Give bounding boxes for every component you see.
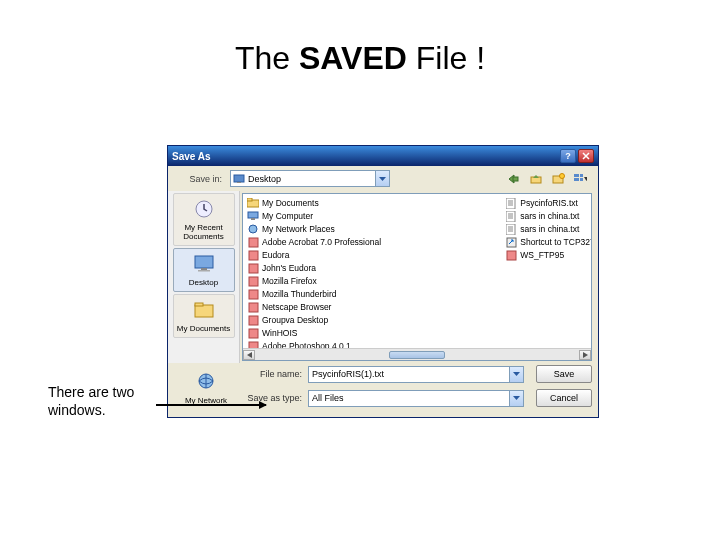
- file-item[interactable]: My Network Places: [247, 223, 495, 235]
- up-icon[interactable]: [528, 171, 544, 187]
- save-as-dialog: Save As ? Save in: Desktop My Recent Doc…: [167, 145, 599, 418]
- file-name: WinHOIS: [262, 327, 297, 339]
- file-item[interactable]: My Computer: [247, 210, 495, 222]
- chevron-down-icon[interactable]: [509, 391, 523, 406]
- back-icon[interactable]: [506, 171, 522, 187]
- file-type-icon: [247, 262, 259, 274]
- slide-title: The SAVED File !: [0, 40, 720, 77]
- desktop-icon: [233, 174, 245, 184]
- file-type-icon: [247, 210, 259, 222]
- place-recent[interactable]: My Recent Documents: [173, 193, 235, 246]
- svg-rect-11: [195, 256, 213, 268]
- file-name: PsycinfoRIS.txt: [520, 197, 578, 209]
- svg-rect-22: [249, 251, 258, 260]
- file-item[interactable]: WinHOIS: [247, 327, 495, 339]
- horizontal-scrollbar[interactable]: [243, 348, 591, 360]
- file-type-icon: [247, 327, 259, 339]
- file-list[interactable]: My DocumentsMy ComputerMy Network Places…: [242, 193, 592, 361]
- file-item[interactable]: Adobe Acrobat 7.0 Professional: [247, 236, 495, 248]
- file-name: Groupva Desktop: [262, 314, 328, 326]
- file-type-icon: [247, 314, 259, 326]
- file-type-icon: [247, 249, 259, 261]
- svg-rect-14: [195, 305, 213, 317]
- svg-rect-21: [249, 238, 258, 247]
- file-item[interactable]: sars in china.txt: [505, 223, 592, 235]
- filename-input[interactable]: PsycinfoRIS(1).txt: [308, 366, 524, 383]
- file-item[interactable]: Groupva Desktop: [247, 314, 495, 326]
- file-name: Netscape Browser: [262, 301, 331, 313]
- svg-point-20: [249, 225, 257, 233]
- save-button[interactable]: Save: [536, 365, 592, 383]
- file-name: My Computer: [262, 210, 313, 222]
- filename-label: File name:: [242, 369, 302, 379]
- file-type-icon: [505, 210, 517, 222]
- places-bar: My Recent Documents Desktop My Documents: [168, 191, 240, 363]
- recent-icon: [191, 198, 217, 220]
- place-mydocs[interactable]: My Documents: [173, 294, 235, 338]
- svg-rect-24: [249, 277, 258, 286]
- svg-rect-12: [201, 268, 207, 270]
- scroll-left-button[interactable]: [243, 350, 255, 360]
- file-name: John's Eudora: [262, 262, 316, 274]
- svg-rect-26: [249, 303, 258, 312]
- svg-rect-38: [507, 251, 516, 260]
- place-desktop[interactable]: Desktop: [173, 248, 235, 292]
- filetype-label: Save as type:: [242, 393, 302, 403]
- file-type-icon: [247, 275, 259, 287]
- svg-rect-18: [248, 212, 258, 218]
- file-item[interactable]: Mozilla Thunderbird: [247, 288, 495, 300]
- file-type-icon: [505, 223, 517, 235]
- file-name: Adobe Acrobat 7.0 Professional: [262, 236, 381, 248]
- svg-point-5: [560, 173, 565, 178]
- file-item[interactable]: Shortcut to TCP3270 B: [505, 236, 592, 248]
- filetype-select[interactable]: All Files: [308, 390, 524, 407]
- file-name: My Network Places: [262, 223, 335, 235]
- svg-rect-17: [247, 198, 252, 201]
- file-item[interactable]: Netscape Browser: [247, 301, 495, 313]
- filename-value: PsycinfoRIS(1).txt: [312, 369, 384, 379]
- file-type-icon: [247, 197, 259, 209]
- svg-rect-9: [580, 178, 583, 181]
- file-item[interactable]: PsycinfoRIS.txt: [505, 197, 592, 209]
- file-item[interactable]: sars in china.txt: [505, 210, 592, 222]
- file-item[interactable]: Eudora: [247, 249, 495, 261]
- file-type-icon: [247, 288, 259, 300]
- file-item[interactable]: Mozilla Firefox: [247, 275, 495, 287]
- place-network[interactable]: My Network: [175, 367, 237, 409]
- file-type-icon: [247, 223, 259, 235]
- svg-rect-8: [580, 174, 583, 177]
- file-name: My Documents: [262, 197, 319, 209]
- help-button[interactable]: ?: [560, 149, 576, 163]
- savein-value: Desktop: [248, 174, 281, 184]
- views-icon[interactable]: [572, 171, 588, 187]
- new-folder-icon[interactable]: [550, 171, 566, 187]
- file-name: WS_FTP95: [520, 249, 564, 261]
- file-item[interactable]: WS_FTP95: [505, 249, 592, 261]
- file-name: Eudora: [262, 249, 289, 261]
- chevron-down-icon[interactable]: [509, 367, 523, 382]
- scroll-thumb[interactable]: [389, 351, 445, 359]
- file-name: sars in china.txt: [520, 223, 579, 235]
- svg-rect-25: [249, 290, 258, 299]
- place-label: Desktop: [189, 278, 218, 287]
- file-item[interactable]: My Documents: [247, 197, 495, 209]
- close-button[interactable]: [578, 149, 594, 163]
- file-name: Mozilla Firefox: [262, 275, 317, 287]
- file-type-icon: [505, 197, 517, 209]
- svg-rect-13: [198, 270, 210, 272]
- file-name: Mozilla Thunderbird: [262, 288, 337, 300]
- file-type-icon: [247, 236, 259, 248]
- titlebar[interactable]: Save As ?: [168, 146, 598, 166]
- savein-label: Save in:: [174, 174, 226, 184]
- svg-rect-1: [237, 182, 241, 183]
- savein-select[interactable]: Desktop: [230, 170, 390, 187]
- place-label: My Recent Documents: [175, 223, 233, 241]
- file-item[interactable]: John's Eudora: [247, 262, 495, 274]
- chevron-down-icon[interactable]: [375, 171, 389, 186]
- scroll-right-button[interactable]: [579, 350, 591, 360]
- file-name: sars in china.txt: [520, 210, 579, 222]
- title-bold: SAVED: [299, 40, 407, 76]
- file-name: Shortcut to TCP3270 B: [520, 236, 592, 248]
- cancel-button[interactable]: Cancel: [536, 389, 592, 407]
- annotation-arrow: [156, 404, 266, 406]
